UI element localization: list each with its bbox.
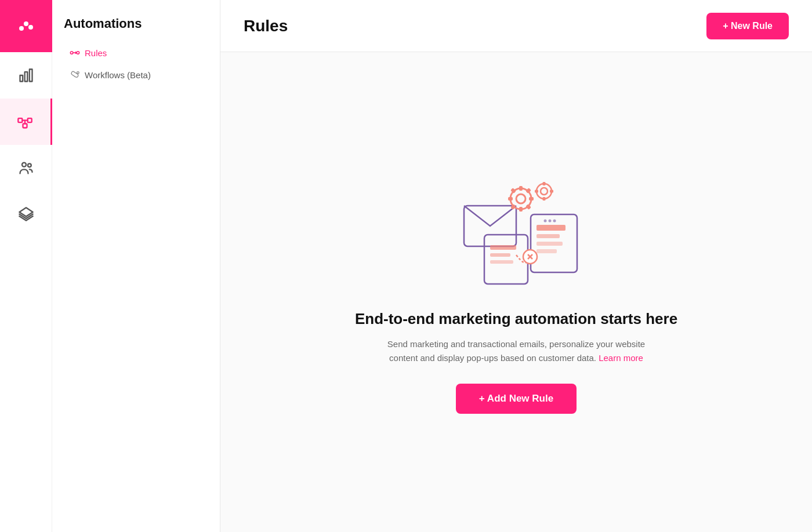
workflows-icon [70,70,80,80]
sidebar-item-automations[interactable] [0,99,52,145]
automations-icon [17,114,33,130]
empty-state-title: End-to-end marketing automation starts h… [355,310,677,328]
svg-rect-36 [519,207,523,212]
svg-point-1 [24,21,28,26]
svg-point-34 [516,194,525,203]
empty-state-description: Send marketing and transactional emails,… [377,337,655,365]
svg-rect-24 [490,260,513,264]
svg-point-14 [70,52,73,54]
svg-point-11 [22,163,26,167]
svg-rect-22 [490,245,516,250]
svg-rect-23 [490,253,510,257]
svg-point-30 [544,219,547,222]
sub-nav-rules-label: Rules [85,48,107,58]
svg-rect-37 [529,197,534,201]
svg-rect-26 [536,225,566,231]
svg-rect-29 [536,249,557,253]
icon-sidebar [0,0,52,532]
svg-rect-39 [525,188,531,194]
new-rule-button[interactable]: + New Rule [706,13,789,39]
svg-rect-28 [536,242,563,246]
sub-nav-workflows[interactable]: Workflows (Beta) [64,65,208,85]
sub-sidebar: Automations Rules Workflows (Beta) [52,0,220,532]
svg-rect-4 [24,72,27,81]
page-title: Rules [244,17,288,35]
logo-icon [16,16,37,37]
svg-rect-5 [29,70,32,82]
rules-icon [70,48,80,58]
main-header: Rules + New Rule [220,0,812,52]
svg-rect-41 [525,204,531,210]
svg-rect-46 [543,197,546,201]
svg-rect-27 [536,234,560,238]
svg-rect-40 [510,188,516,194]
svg-point-43 [536,184,552,199]
sub-sidebar-title: Automations [64,16,208,31]
automation-illustration [435,171,597,287]
layers-icon [18,206,34,223]
add-new-rule-button[interactable]: + Add New Rule [456,384,577,414]
svg-rect-45 [543,182,546,185]
sub-nav-workflows-label: Workflows (Beta) [85,70,151,80]
learn-more-link[interactable]: Learn more [599,353,643,363]
bar-chart-icon [18,67,34,83]
logo[interactable] [0,0,52,52]
svg-point-31 [549,219,552,222]
svg-rect-35 [519,186,523,191]
svg-point-0 [19,26,24,31]
svg-rect-38 [508,197,513,201]
main-content: Rules + New Rule [220,0,812,532]
svg-rect-47 [550,190,553,192]
sidebar-item-integrations[interactable] [0,191,52,238]
sub-nav-rules[interactable]: Rules [64,43,208,63]
svg-point-15 [77,52,79,54]
svg-point-32 [553,219,556,222]
svg-rect-21 [484,235,528,284]
empty-state: End-to-end marketing automation starts h… [220,52,812,532]
sidebar-item-analytics[interactable] [0,52,52,99]
svg-point-19 [77,72,79,74]
sidebar-item-audience[interactable] [0,145,52,191]
svg-point-12 [27,163,31,167]
svg-rect-3 [20,75,23,82]
svg-rect-48 [535,190,538,192]
svg-point-44 [541,188,548,195]
people-icon [18,160,34,176]
svg-point-2 [28,25,33,30]
